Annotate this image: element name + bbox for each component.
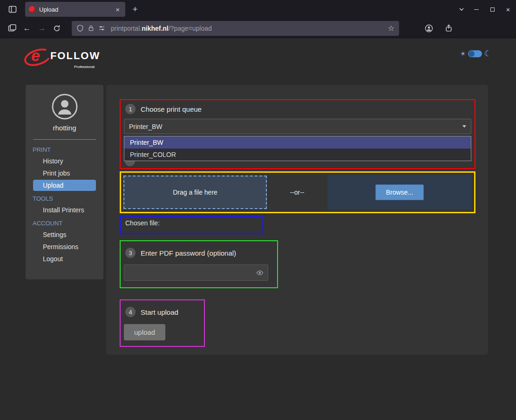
browser-titlebar: Upload × + × — [0, 0, 516, 19]
sidebar-item-history[interactable]: History — [26, 155, 103, 167]
sidebar-item-permissions[interactable]: Permissions — [26, 241, 103, 253]
sidebar-item-logout[interactable]: Logout — [26, 253, 103, 265]
minimize-button[interactable] — [468, 0, 484, 19]
sun-icon: ☀ — [460, 50, 466, 57]
sidebar-item-print-jobs[interactable]: Print jobs — [26, 167, 103, 179]
step4-title: Start upload — [141, 308, 178, 316]
logo-e: e — [27, 46, 45, 66]
url-bar[interactable]: printportal.nikhef.nl/?page=upload ☆ — [72, 21, 399, 36]
print-queue-dropdown: Printer_BW Printer_COLOR — [124, 136, 471, 161]
share-icon[interactable] — [441, 21, 456, 36]
sidebar-section-account: ACCOUNT — [26, 216, 103, 229]
close-window-button[interactable]: × — [500, 0, 516, 19]
print-queue-select[interactable]: Printer_BW — [124, 119, 471, 134]
chosen-file-box: Chosen file: — [120, 216, 263, 234]
tab-close-icon[interactable]: × — [114, 6, 122, 14]
list-tabs-chevron-icon[interactable] — [455, 2, 468, 16]
url-domain: nikhef.nl — [142, 25, 169, 32]
sidebar-divider — [33, 139, 96, 140]
forward-button: → — [34, 21, 49, 36]
print-queue-selected-value: Printer_BW — [129, 123, 163, 130]
url-path: /?page=upload — [169, 25, 212, 32]
sidebar-item-upload[interactable]: Upload — [33, 180, 96, 191]
chosen-file-label: Chosen file: — [125, 219, 160, 227]
moon-icon: ☾ — [484, 48, 492, 59]
theme-switch[interactable] — [468, 50, 482, 57]
shield-icon[interactable] — [76, 25, 84, 32]
new-tab-button[interactable]: + — [128, 2, 142, 16]
reload-button[interactable] — [49, 21, 64, 36]
url-text: printportal.nikhef.nl/?page=upload — [111, 25, 212, 32]
navbar-right-icons — [421, 21, 468, 36]
step4-number-badge: 4 — [125, 307, 136, 317]
pdf-password-input[interactable] — [124, 264, 268, 281]
step4-start-upload: 4 Start upload upload — [120, 299, 205, 347]
sidebar: rhotting PRINT History Print jobs Upload… — [26, 85, 103, 279]
page-content: e FOLLOW Professional ☀ ☾ rhotting PRINT… — [0, 38, 516, 420]
maximize-button[interactable] — [484, 0, 500, 19]
username: rhotting — [26, 124, 103, 132]
browser-tab[interactable]: Upload × — [25, 2, 125, 17]
permissions-icon[interactable] — [98, 25, 105, 32]
step2-file-picker: Drag a file here --or-- Browse... — [120, 171, 475, 213]
account-icon[interactable] — [421, 21, 436, 36]
browse-button[interactable]: Browse... — [375, 184, 424, 200]
sidebar-item-settings[interactable]: Settings — [26, 229, 103, 241]
tab-title: Upload — [39, 6, 114, 13]
upload-button[interactable]: upload — [124, 324, 165, 340]
menu-icon[interactable] — [461, 21, 468, 36]
browse-panel: Browse... — [327, 175, 472, 210]
firefox-view-icon[interactable] — [5, 2, 20, 17]
lock-icon[interactable] — [88, 25, 95, 32]
drag-drop-label: Drag a file here — [173, 189, 217, 196]
step1-number-badge: 1 — [125, 104, 136, 114]
maximize-icon — [490, 7, 495, 12]
sidebar-item-install-printers[interactable]: Install Printers — [26, 204, 103, 216]
minimize-icon — [474, 9, 479, 10]
step3-number-badge: 3 — [125, 248, 136, 258]
avatar — [51, 93, 78, 120]
drag-drop-zone[interactable]: Drag a file here — [123, 176, 267, 209]
dropdown-option-printer-color[interactable]: Printer_COLOR — [124, 149, 471, 161]
tab-favicon-icon — [29, 6, 35, 13]
select-caret-icon — [462, 125, 466, 128]
url-prefix: printportal. — [111, 25, 142, 32]
step3-pdf-password: 3 Enter PDF password (optional) — [120, 240, 278, 288]
show-password-eye-icon[interactable] — [256, 269, 264, 278]
sidebar-toggle-icon[interactable] — [5, 21, 20, 36]
step1-choose-print-queue: 1 Choose print queue Printer_BW Printer_… — [120, 99, 475, 169]
upload-panel: 1 Choose print queue Printer_BW Printer_… — [106, 85, 488, 355]
bookmark-star-icon[interactable]: ☆ — [388, 24, 394, 33]
theme-toggle[interactable]: ☀ ☾ — [460, 48, 492, 59]
logo-text: FOLLOW — [50, 50, 100, 62]
step1-title: Choose print queue — [141, 105, 202, 113]
sidebar-section-tools: TOOLS — [26, 191, 103, 204]
sidebar-section-print: PRINT — [26, 142, 103, 155]
efollow-logo: e FOLLOW Professional — [27, 46, 96, 69]
or-label: --or-- — [267, 189, 327, 196]
step2-badge-peek — [125, 161, 136, 167]
dropdown-option-printer-bw[interactable]: Printer_BW — [124, 136, 471, 149]
step3-title: Enter PDF password (optional) — [141, 249, 236, 257]
back-button[interactable]: ← — [20, 21, 34, 36]
browser-navbar: ← → printportal.nikhef.nl/?page=upload ☆ — [0, 19, 516, 38]
